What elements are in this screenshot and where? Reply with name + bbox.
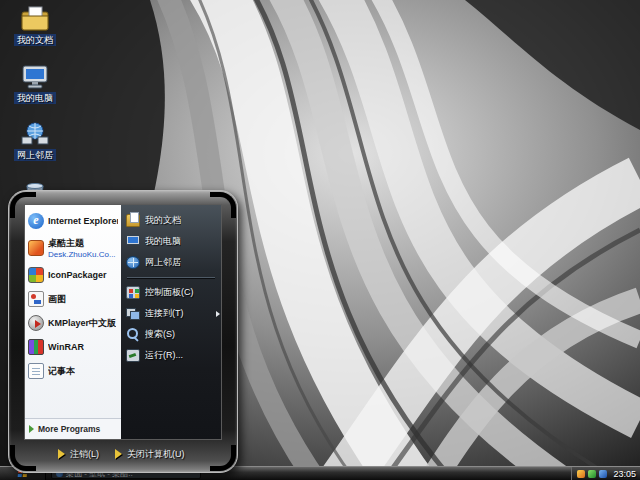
internet-explorer-icon (28, 213, 44, 229)
start-menu: Internet Explorer 桌酷主题 Desk.ZhuoKu.Co...… (8, 190, 238, 473)
start-menu-item-kmplayer[interactable]: KMPlayer中文版 (25, 311, 121, 335)
tray-icon-3[interactable] (599, 470, 607, 478)
start-menu-item-internet-explorer[interactable]: Internet Explorer (25, 209, 121, 233)
start-menu-left-column: Internet Explorer 桌酷主题 Desk.ZhuoKu.Co...… (25, 205, 121, 439)
separator (127, 277, 215, 278)
notepad-icon (28, 363, 44, 379)
spacer (25, 383, 121, 418)
start-menu-item-zhuoku-theme[interactable]: 桌酷主题 Desk.ZhuoKu.Co... (25, 233, 121, 263)
search-icon (126, 328, 140, 341)
system-tray: 23:05 (571, 467, 640, 480)
desktop-icon-label: 我的文档 (14, 34, 56, 46)
start-menu-item-network-places[interactable]: 网上邻居 (121, 252, 221, 273)
start-menu-item-run[interactable]: 运行(R)... (121, 345, 221, 366)
winrar-icon (28, 339, 44, 355)
iconpackager-icon (28, 267, 44, 283)
start-menu-footer: 注销(L) 关闭计算机(U) (24, 443, 222, 465)
start-menu-item-notepad[interactable]: 记事本 (25, 359, 121, 383)
start-menu-item-winrar[interactable]: WinRAR (25, 335, 121, 359)
kmplayer-icon (28, 315, 44, 331)
my-computer-icon (126, 235, 140, 248)
start-menu-item-control-panel[interactable]: 控制面板(C) (121, 282, 221, 303)
desktop-icon-network-places[interactable]: 网上邻居 (5, 121, 65, 161)
start-menu-item-my-documents[interactable]: 我的文档 (121, 210, 221, 231)
desktop-icon-label: 我的电脑 (14, 92, 56, 104)
desktop-icon-my-computer[interactable]: 我的电脑 (5, 64, 65, 104)
desktop-icon-my-documents[interactable]: 我的文档 (5, 6, 65, 46)
tray-icon-2[interactable] (588, 470, 596, 478)
start-menu-item-search[interactable]: 搜索(S) (121, 324, 221, 345)
desktop-icon-label: 网上邻居 (14, 149, 56, 161)
turn-off-computer-button[interactable]: 关闭计算机(U) (115, 448, 185, 461)
paint-icon (28, 291, 44, 307)
start-menu-item-connect-to[interactable]: 连接到(T) (121, 303, 221, 324)
my-computer-icon (20, 64, 50, 90)
start-menu-item-my-computer[interactable]: 我的电脑 (121, 231, 221, 252)
tray-icon-1[interactable] (577, 470, 585, 478)
start-menu-right-column: 我的文档 我的电脑 网上邻居 控制面板(C) 连接到(T) (121, 205, 221, 439)
control-panel-icon (126, 286, 140, 299)
log-off-icon (58, 449, 65, 459)
log-off-button[interactable]: 注销(L) (58, 448, 99, 461)
start-menu-item-paint[interactable]: 画图 (25, 287, 121, 311)
network-places-icon (20, 121, 50, 147)
start-menu-body: Internet Explorer 桌酷主题 Desk.ZhuoKu.Co...… (24, 204, 222, 440)
my-documents-icon (126, 214, 140, 227)
more-programs-button[interactable]: More Programs (25, 418, 121, 439)
run-icon (126, 349, 140, 362)
zhuoku-theme-icon (28, 240, 44, 256)
more-programs-arrow-icon (29, 425, 34, 433)
start-menu-item-iconpackager[interactable]: IconPackager (25, 263, 121, 287)
connect-to-icon (126, 307, 140, 320)
turn-off-computer-icon (115, 449, 122, 459)
taskbar-clock: 23:05 (613, 469, 636, 479)
my-documents-icon (20, 6, 50, 32)
submenu-arrow-icon (216, 311, 220, 317)
network-places-icon (126, 256, 140, 269)
